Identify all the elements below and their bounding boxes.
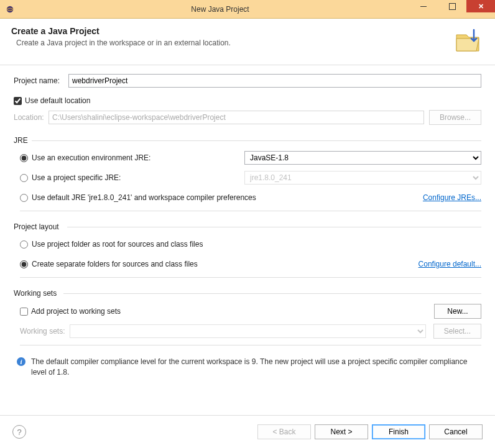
- configure-jres-link[interactable]: Configure JREs...: [423, 193, 481, 202]
- close-button[interactable]: [466, 0, 495, 12]
- use-default-location-label: Use default location: [25, 96, 90, 105]
- layout-separate-radio[interactable]: [20, 260, 28, 268]
- use-default-location-checkbox[interactable]: [14, 97, 22, 105]
- browse-button: Browse...: [429, 110, 481, 125]
- project-layout-group-label: Project layout: [14, 222, 481, 231]
- finish-button[interactable]: Finish: [372, 424, 425, 439]
- jre-project-specific-select: jre1.8.0_241: [244, 171, 481, 185]
- layout-root-label: Use project folder as root for sources a…: [32, 240, 203, 249]
- add-working-sets-label: Add project to working sets: [31, 307, 427, 316]
- location-input: [49, 111, 424, 124]
- layout-separate-label: Create separate folders for sources and …: [32, 260, 198, 268]
- working-sets-label: Working sets:: [20, 327, 70, 336]
- working-sets-select: [70, 324, 426, 338]
- maximize-button[interactable]: [438, 0, 466, 12]
- jre-default-label: Use default JRE 'jre1.8.0_241' and works…: [32, 193, 256, 202]
- jre-exec-env-select[interactable]: JavaSE-1.8: [244, 151, 481, 165]
- page-description: Create a Java project in the workspace o…: [16, 39, 446, 47]
- java-project-icon: [453, 26, 483, 56]
- page-title: Create a Java Project: [11, 26, 446, 36]
- add-working-sets-checkbox[interactable]: [20, 308, 28, 316]
- eclipse-icon: [5, 4, 15, 14]
- help-icon[interactable]: ?: [12, 425, 26, 439]
- info-text: The default compiler compliance level fo…: [31, 357, 479, 378]
- minimize-button[interactable]: [409, 0, 438, 12]
- layout-root-radio[interactable]: [20, 240, 28, 249]
- wizard-header: Create a Java Project Create a Java proj…: [0, 19, 495, 65]
- jre-default-radio[interactable]: [20, 194, 28, 202]
- jre-exec-env-label: Use an execution environment JRE:: [32, 153, 244, 162]
- wizard-footer: ? < Back Next > Finish Cancel: [0, 415, 495, 448]
- cancel-button[interactable]: Cancel: [429, 424, 483, 439]
- jre-project-specific-radio[interactable]: [20, 174, 28, 182]
- jre-project-specific-label: Use a project specific JRE:: [32, 173, 244, 182]
- new-working-set-button[interactable]: New...: [434, 304, 481, 319]
- svg-point-0: [7, 6, 14, 12]
- next-button[interactable]: Next >: [315, 424, 368, 439]
- jre-group-label: JRE: [14, 136, 481, 145]
- info-message: i The default compiler compliance level …: [14, 357, 481, 378]
- working-sets-group-label: Working sets: [14, 289, 481, 298]
- info-icon: i: [16, 357, 26, 367]
- titlebar: New Java Project: [0, 0, 495, 19]
- jre-exec-env-radio[interactable]: [20, 154, 28, 162]
- select-working-set-button: Select...: [433, 324, 481, 339]
- back-button: < Back: [257, 424, 311, 439]
- configure-default-link[interactable]: Configure default...: [419, 260, 481, 268]
- location-label: Location:: [14, 113, 49, 122]
- project-name-input[interactable]: [68, 74, 481, 88]
- project-name-label: Project name:: [14, 76, 68, 85]
